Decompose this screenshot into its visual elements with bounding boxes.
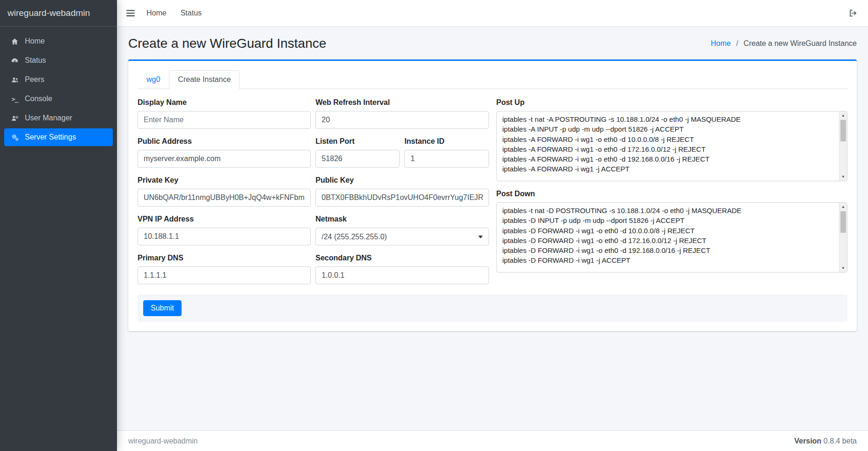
users-gear-icon xyxy=(9,114,21,122)
post-up-scrollbar[interactable]: ▲ ▼ xyxy=(839,111,847,181)
display-name-label: Display Name xyxy=(138,98,311,107)
navbar-link-status[interactable]: Status xyxy=(174,5,209,21)
public-address-label: Public Address xyxy=(138,137,311,146)
sidebar-item-console[interactable]: >_ Console xyxy=(4,90,113,108)
secondary-dns-input[interactable] xyxy=(315,266,489,284)
scrollbar-thumb[interactable] xyxy=(840,120,846,141)
sidebar-item-label: Status xyxy=(25,56,46,65)
tab-wg0[interactable]: wg0 xyxy=(138,70,169,89)
content-wrapper: Create a new WireGuard Instance Home / C… xyxy=(117,27,868,430)
sidebar-item-label: User Manager xyxy=(25,114,72,122)
listen-port-label: Listen Port xyxy=(315,137,400,146)
users-icon xyxy=(9,76,21,84)
tab-create-instance[interactable]: Create Instance xyxy=(169,70,240,89)
primary-dns-input[interactable] xyxy=(138,266,311,284)
sidebar-nav: Home Status Peers >_ Console xyxy=(0,27,117,152)
brand-link[interactable]: wireguard-webadmin xyxy=(0,0,117,27)
footer-brand: wireguard-webadmin xyxy=(128,437,198,445)
scroll-up-arrow-icon[interactable]: ▲ xyxy=(839,112,847,119)
breadcrumb-current: Create a new WireGuard Instance xyxy=(744,39,857,47)
display-name-input[interactable] xyxy=(138,111,311,129)
submit-button[interactable]: Submit xyxy=(143,300,182,316)
web-refresh-interval-label: Web Refresh Interval xyxy=(315,98,489,107)
sidebar: wireguard-webadmin Home Status Peers xyxy=(0,0,117,451)
navbar-link-home[interactable]: Home xyxy=(139,5,174,21)
submit-bar: Submit xyxy=(138,295,847,322)
main-area: Home Status Create a new WireGuard Insta… xyxy=(117,0,868,451)
sidebar-item-peers[interactable]: Peers xyxy=(4,71,113,89)
sidebar-item-label: Peers xyxy=(25,75,44,84)
top-navbar: Home Status xyxy=(117,0,868,27)
breadcrumb: Home / Create a new WireGuard Instance xyxy=(711,39,857,48)
scrollbar-thumb[interactable] xyxy=(840,211,846,233)
tachometer-icon xyxy=(9,57,21,65)
sidebar-item-server-settings[interactable]: Server Settings xyxy=(4,128,113,146)
footer-version-value: 0.8.4 beta xyxy=(824,437,857,445)
private-key-label: Private Key xyxy=(138,176,311,185)
post-up-label: Post Up xyxy=(496,98,848,107)
page-title: Create a new WireGuard Instance xyxy=(128,36,326,51)
hamburger-menu-icon[interactable] xyxy=(125,6,139,21)
form-right-column: Post Up iptables -t nat -A POSTROUTING -… xyxy=(496,98,848,293)
post-down-textarea[interactable]: iptables -t nat -D POSTROUTING -s 10.188… xyxy=(496,202,848,273)
web-refresh-interval-input[interactable] xyxy=(315,111,489,129)
gears-icon xyxy=(9,133,21,141)
app-root: wireguard-webadmin Home Status Peers xyxy=(0,0,868,451)
sidebar-item-home[interactable]: Home xyxy=(4,32,113,50)
instance-id-input[interactable] xyxy=(404,150,489,168)
content-header: Create a new WireGuard Instance Home / C… xyxy=(117,27,868,58)
scroll-down-arrow-icon[interactable]: ▼ xyxy=(839,265,847,272)
public-address-input[interactable] xyxy=(138,150,311,168)
sidebar-item-label: Server Settings xyxy=(25,133,76,141)
netmask-label: Netmask xyxy=(315,215,489,223)
form-left-column: Display Name Web Refresh Interval xyxy=(138,98,489,293)
private-key-input[interactable] xyxy=(138,189,311,207)
sidebar-item-label: Console xyxy=(25,95,52,103)
terminal-icon: >_ xyxy=(9,96,21,103)
listen-port-input[interactable] xyxy=(315,150,400,168)
vpn-ip-address-label: VPN IP Address xyxy=(138,215,311,223)
footer-version: Version 0.8.4 beta xyxy=(795,437,857,445)
footer: wireguard-webadmin Version 0.8.4 beta xyxy=(117,430,868,451)
home-icon xyxy=(9,37,21,45)
primary-dns-label: Primary DNS xyxy=(138,254,311,262)
post-down-scrollbar[interactable]: ▲ ▼ xyxy=(839,203,847,272)
netmask-select[interactable]: /24 (255.255.255.0) xyxy=(315,228,489,245)
secondary-dns-label: Secondary DNS xyxy=(315,254,489,262)
breadcrumb-home-link[interactable]: Home xyxy=(711,39,731,47)
scroll-up-arrow-icon[interactable]: ▲ xyxy=(839,203,847,210)
post-up-textarea[interactable]: iptables -t nat -A POSTROUTING -s 10.188… xyxy=(496,111,848,181)
scroll-down-arrow-icon[interactable]: ▼ xyxy=(839,173,847,180)
sidebar-item-status[interactable]: Status xyxy=(4,52,113,69)
instance-tabs: wg0 Create Instance xyxy=(138,70,847,89)
breadcrumb-separator: / xyxy=(736,39,738,47)
sidebar-item-label: Home xyxy=(25,37,45,45)
sign-out-icon[interactable] xyxy=(847,5,860,21)
public-key-label: Public Key xyxy=(315,176,489,185)
instance-card: wg0 Create Instance Display Name xyxy=(128,59,857,331)
public-key-input[interactable] xyxy=(315,189,489,207)
sidebar-item-user-manager[interactable]: User Manager xyxy=(4,109,113,127)
post-down-label: Post Down xyxy=(496,190,848,198)
instance-card-body: wg0 Create Instance Display Name xyxy=(128,61,857,331)
instance-form: Display Name Web Refresh Interval xyxy=(138,98,847,293)
footer-version-label: Version xyxy=(795,437,822,445)
vpn-ip-address-input[interactable] xyxy=(138,228,311,245)
instance-id-label: Instance ID xyxy=(404,137,489,146)
navbar-right xyxy=(847,5,860,21)
